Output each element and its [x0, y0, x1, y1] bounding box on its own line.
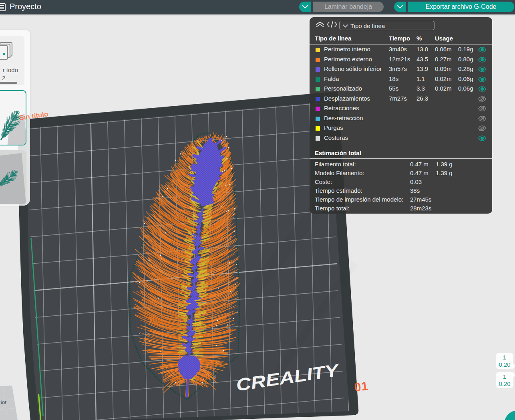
svg-text:rior: rior [0, 399, 7, 406]
svg-text:01: 01 [354, 379, 369, 394]
